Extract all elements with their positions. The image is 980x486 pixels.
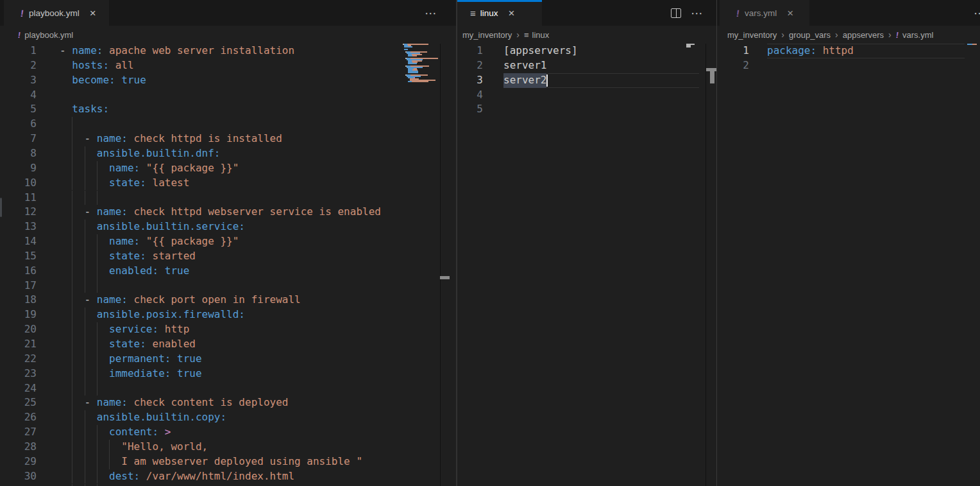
- tab-vars-yml[interactable]: ! vars.yml ×: [720, 0, 809, 26]
- vscode-workbench: ! playbook.yml × ⋯ !playbook.yml 1- name…: [0, 0, 980, 486]
- indent-guide: [85, 381, 85, 396]
- line-number: 3: [457, 73, 483, 88]
- code-line[interactable]: enabled: true: [60, 264, 189, 279]
- tab-playbook-yml[interactable]: ! playbook.yml ×: [4, 0, 109, 26]
- code-line[interactable]: become: true: [60, 73, 146, 88]
- breadcrumb-separator: ›: [888, 30, 891, 40]
- breadcrumb-item[interactable]: !vars.yml: [896, 30, 934, 40]
- code-line[interactable]: ansible.builtin.copy:: [60, 410, 226, 425]
- minimap-line: [403, 46, 448, 48]
- indent-guide: [85, 279, 85, 293]
- code-line[interactable]: server2: [503, 73, 546, 88]
- code-line[interactable]: - name: check httpd webserver service is…: [60, 205, 381, 220]
- line-number: 17: [0, 279, 37, 293]
- line-number: 7: [0, 132, 37, 146]
- code-line[interactable]: I am webserver deployed using ansible ": [60, 455, 362, 469]
- indent-guide: [72, 381, 72, 396]
- more-actions-icon[interactable]: ⋯: [974, 7, 980, 19]
- editor-group-inventory: ≡ linux × ⋯ my_inventory›≡linux 1[appser…: [457, 0, 716, 486]
- line-number: 30: [0, 469, 37, 484]
- left-edge-scrollbar[interactable]: [0, 198, 2, 217]
- code-line[interactable]: - name: apache web server installation: [60, 44, 294, 58]
- breadcrumb-item[interactable]: my_inventory: [462, 30, 512, 40]
- breadcrumb-item[interactable]: ≡linux: [524, 30, 549, 40]
- file-list-icon: ≡: [470, 8, 475, 19]
- breadcrumb-label: my_inventory: [462, 30, 512, 40]
- scrollbar-handle[interactable]: [440, 276, 450, 279]
- indent-guide: [72, 484, 72, 486]
- split-editor-icon[interactable]: [671, 8, 681, 18]
- breadcrumb-item[interactable]: group_vars: [789, 30, 831, 40]
- editor-linux-inventory[interactable]: 1[appservers]2server13server245: [457, 44, 716, 486]
- tab-linux[interactable]: ≡ linux ×: [457, 0, 542, 26]
- line-number: 4: [457, 88, 483, 103]
- indent-guide: [97, 484, 97, 486]
- line-number: 18: [0, 293, 37, 308]
- breadcrumb-item[interactable]: appservers: [843, 30, 884, 40]
- line-number: 25: [0, 395, 37, 410]
- line-number: 19: [0, 308, 37, 322]
- code-line[interactable]: - name: check httpd is installed: [60, 132, 282, 146]
- yaml-file-icon: !: [20, 8, 24, 19]
- code-line[interactable]: - name: check content is deployed: [60, 395, 288, 410]
- close-tab-icon[interactable]: ×: [509, 8, 515, 19]
- indent-guide: [72, 117, 72, 132]
- line-number: 3: [0, 73, 37, 88]
- line-number: 27: [0, 425, 37, 440]
- line-number: 16: [0, 264, 37, 279]
- code-line[interactable]: state: latest: [60, 176, 189, 191]
- code-line[interactable]: state: enabled: [60, 337, 196, 352]
- breadcrumb-label: linux: [532, 30, 550, 40]
- line-number: 2: [717, 58, 749, 73]
- breadcrumb: my_inventory›≡linux: [457, 26, 716, 44]
- indent-guide: [72, 279, 72, 293]
- code-line[interactable]: ansible.posix.firewalld:: [60, 308, 245, 322]
- yaml-file-icon: !: [895, 30, 899, 40]
- scrollbar-handle[interactable]: [710, 71, 714, 83]
- breadcrumb-separator: ›: [516, 30, 520, 40]
- file-list-icon: ≡: [524, 30, 528, 40]
- code-line[interactable]: name: "{{ package }}": [60, 234, 239, 249]
- code-line[interactable]: content: >: [60, 425, 171, 440]
- code-line[interactable]: package: httpd: [767, 44, 854, 58]
- line-number: 4: [0, 88, 37, 103]
- minimap-line: [686, 46, 716, 48]
- editor-vars-yml[interactable]: 1package: httpd2: [717, 44, 980, 486]
- line-number: 12: [0, 205, 37, 220]
- line-number: 1: [457, 44, 483, 58]
- indent-guide: [97, 381, 97, 396]
- line-number: 8: [0, 146, 37, 161]
- line-number: 22: [0, 352, 37, 367]
- code-line[interactable]: tasks:: [60, 102, 109, 117]
- code-line[interactable]: service: http: [60, 322, 189, 337]
- more-actions-icon[interactable]: ⋯: [425, 7, 437, 19]
- tab-label: playbook.yml: [29, 8, 80, 18]
- code-line[interactable]: dest: /var/www/html/index.html: [60, 469, 294, 484]
- line-number: 6: [0, 117, 37, 132]
- code-line[interactable]: name: "{{ package }}": [60, 161, 239, 176]
- minimap-line: [403, 63, 448, 64]
- more-actions-icon[interactable]: ⋯: [691, 7, 704, 19]
- code-line[interactable]: permanent: true: [60, 352, 202, 367]
- close-tab-icon[interactable]: ×: [90, 8, 96, 19]
- editor-playbook-yml[interactable]: 1- name: apache web server installation2…: [0, 44, 456, 486]
- code-line[interactable]: [appservers]: [503, 44, 578, 58]
- code-line[interactable]: ansible.builtin.dnf:: [60, 146, 220, 161]
- indent-guide: [72, 191, 72, 205]
- scrollbar-track-border: [705, 44, 706, 486]
- line-number: 21: [0, 337, 37, 352]
- breadcrumb-item[interactable]: !playbook.yml: [18, 30, 73, 40]
- code-line[interactable]: - name: check port open in firewall: [60, 293, 301, 308]
- close-tab-icon[interactable]: ×: [787, 8, 793, 19]
- line-number: 26: [0, 410, 37, 425]
- code-line[interactable]: server1: [503, 58, 546, 73]
- code-line[interactable]: hosts: all: [60, 58, 134, 73]
- tab-bar: ! vars.yml × ⋯: [717, 0, 980, 26]
- code-line[interactable]: immediate: true: [60, 367, 202, 381]
- code-line[interactable]: ansible.builtin.service:: [60, 220, 245, 234]
- code-line[interactable]: state: started: [60, 249, 196, 264]
- code-line[interactable]: "Hello, world,: [60, 440, 208, 455]
- line-number: 2: [0, 58, 37, 73]
- line-number: 5: [457, 102, 483, 117]
- breadcrumb-item[interactable]: my_inventory: [727, 30, 777, 40]
